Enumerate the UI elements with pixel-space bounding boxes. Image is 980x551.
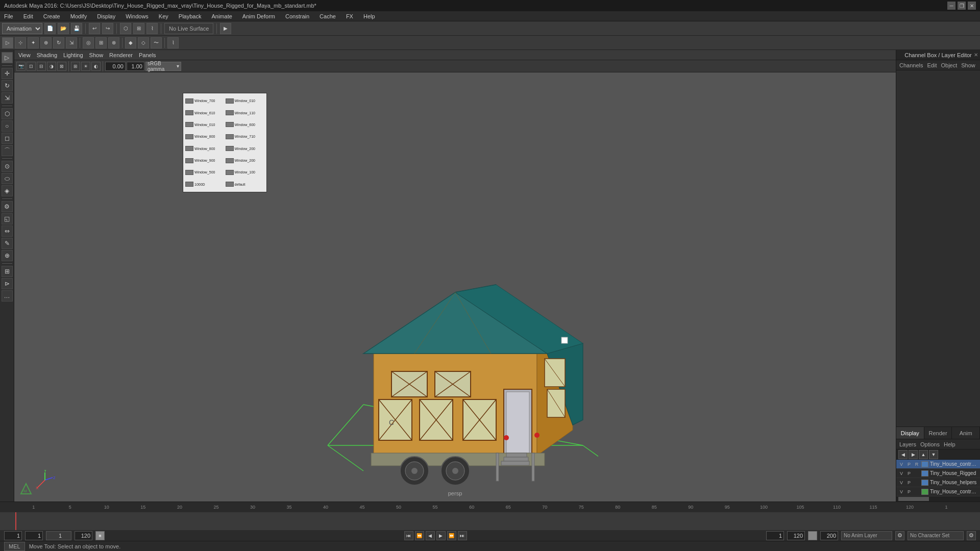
layer-row-2[interactable]: V P Tiny_House_helpers bbox=[896, 478, 980, 487]
settings-tool-left[interactable]: ⚙ bbox=[2, 201, 13, 212]
subtab-options[interactable]: Options bbox=[920, 441, 940, 447]
channel-box-close[interactable]: ✕ bbox=[974, 52, 978, 58]
render-button[interactable]: ▶ bbox=[220, 23, 231, 34]
current-frame-input[interactable] bbox=[25, 531, 43, 540]
scale-tool[interactable]: ⇲ bbox=[66, 37, 77, 48]
step-back-button[interactable]: ⏪ bbox=[415, 531, 424, 540]
play-back-button[interactable]: ◀ bbox=[426, 531, 435, 540]
vp-grid-button[interactable]: ⊞ bbox=[71, 62, 80, 71]
paint-skin-left[interactable]: ⊙ bbox=[2, 161, 13, 172]
range-end-2-input[interactable] bbox=[820, 531, 838, 540]
annotate-tool-left[interactable]: ✎ bbox=[2, 238, 13, 249]
start-frame-input[interactable] bbox=[4, 531, 22, 540]
layers-scrollbar[interactable] bbox=[896, 496, 980, 502]
menu-cache[interactable]: Cache bbox=[317, 13, 338, 19]
menu-file[interactable]: File bbox=[2, 13, 15, 19]
range-end-input[interactable] bbox=[787, 531, 805, 540]
menu-constrain[interactable]: Constrain bbox=[283, 13, 311, 19]
lattice-tool[interactable]: ⊞ bbox=[95, 37, 107, 48]
step-forward-button[interactable]: ⏩ bbox=[447, 531, 456, 540]
menu-help[interactable]: Help bbox=[361, 13, 377, 19]
menu-create[interactable]: Create bbox=[41, 13, 62, 19]
brush-left[interactable]: ⬭ bbox=[2, 173, 13, 184]
restore-button[interactable]: ❐ bbox=[958, 2, 966, 10]
vp-menu-panels[interactable]: Panels bbox=[139, 52, 156, 58]
select-tool-left[interactable]: ▷ bbox=[2, 52, 13, 63]
tab-edit[interactable]: Edit bbox=[927, 62, 937, 68]
play-forward-button[interactable]: ▶ bbox=[436, 531, 446, 540]
tab-anim[interactable]: Anim bbox=[952, 427, 980, 439]
open-button[interactable]: 📂 bbox=[58, 23, 69, 34]
time-input[interactable] bbox=[105, 62, 126, 71]
timeline-canvas[interactable] bbox=[0, 512, 980, 530]
soft-mod-tool[interactable]: ◎ bbox=[83, 37, 94, 48]
poly-tool-left[interactable]: ⬡ bbox=[2, 108, 13, 119]
lasso-tool[interactable]: ⊹ bbox=[15, 37, 26, 48]
go-end-button[interactable]: ⏭ bbox=[458, 531, 467, 540]
cluster-tool[interactable]: ⊗ bbox=[108, 37, 119, 48]
motion-trail-button[interactable]: 〜 bbox=[151, 37, 162, 48]
menu-anim-deform[interactable]: Anim Deform bbox=[240, 13, 277, 19]
subdiv-tool-left[interactable]: ◻ bbox=[2, 133, 13, 144]
range-start-input[interactable] bbox=[766, 531, 784, 540]
menu-display[interactable]: Display bbox=[95, 13, 117, 19]
select-mode-button[interactable]: ⬡ bbox=[120, 23, 131, 34]
sculpt-left[interactable]: ◈ bbox=[2, 185, 13, 196]
subtab-layers[interactable]: Layers bbox=[899, 441, 916, 447]
breakdown-button[interactable]: ◇ bbox=[138, 37, 149, 48]
redo-button[interactable]: ↪ bbox=[102, 23, 113, 34]
tab-channels[interactable]: Channels bbox=[899, 62, 923, 68]
menu-edit[interactable]: Edit bbox=[21, 13, 35, 19]
tab-display[interactable]: Display bbox=[896, 427, 924, 439]
xray-tool-left[interactable]: ⊕ bbox=[2, 250, 13, 261]
move-tool-left[interactable]: ✛ bbox=[2, 68, 13, 79]
close-button[interactable]: ✕ bbox=[968, 2, 976, 10]
save-button[interactable]: 💾 bbox=[71, 23, 82, 34]
menu-animate[interactable]: Animate bbox=[209, 13, 234, 19]
nurbs-tool-left[interactable]: ○ bbox=[2, 120, 13, 132]
minimize-button[interactable]: ─ bbox=[947, 2, 955, 10]
layer-tool-left[interactable]: ⊞ bbox=[2, 266, 13, 277]
vp-menu-shading[interactable]: Shading bbox=[37, 52, 57, 58]
subtab-help[interactable]: Help bbox=[944, 441, 955, 447]
vp-wire-button[interactable]: ⊠ bbox=[57, 62, 66, 71]
vp-menu-view[interactable]: View bbox=[18, 52, 31, 58]
go-start-button[interactable]: ⏮ bbox=[404, 531, 413, 540]
vp-shadow-button[interactable]: ◐ bbox=[91, 62, 101, 71]
vp-menu-lighting[interactable]: Lighting bbox=[63, 52, 83, 58]
key-frame-input[interactable] bbox=[48, 531, 63, 540]
select-tool[interactable]: ▷ bbox=[2, 37, 13, 48]
snap-grid-button[interactable]: ⊞ bbox=[133, 23, 144, 34]
vp-light-button[interactable]: ☀ bbox=[81, 62, 90, 71]
tab-render[interactable]: Render bbox=[924, 427, 952, 439]
menu-playback[interactable]: Playback bbox=[177, 13, 204, 19]
rotate-tool[interactable]: ↻ bbox=[53, 37, 64, 48]
rotate-tool-left[interactable]: ↻ bbox=[2, 80, 13, 91]
color-selector[interactable]: sRGB gamma ▾ bbox=[145, 62, 181, 71]
preset-dropdown[interactable]: Animation bbox=[2, 23, 42, 34]
new-scene-button[interactable]: 📄 bbox=[44, 23, 56, 34]
scale-tool-left[interactable]: ⇲ bbox=[2, 92, 13, 104]
vp-menu-renderer[interactable]: Renderer bbox=[109, 52, 133, 58]
display-tool-left[interactable]: ◱ bbox=[2, 213, 13, 224]
vp-cam-button[interactable]: 📷 bbox=[16, 62, 26, 71]
layer-row-1[interactable]: V P Tiny_House_Rigged bbox=[896, 469, 980, 478]
vp-menu-show[interactable]: Show bbox=[89, 52, 104, 58]
paint-tool[interactable]: ✦ bbox=[28, 37, 39, 48]
layers-prev-btn[interactable]: ◀ bbox=[898, 450, 908, 459]
end-frame-input[interactable] bbox=[75, 531, 92, 540]
vp-ortho-button[interactable]: ⊟ bbox=[37, 62, 46, 71]
vp-shade-button[interactable]: ◑ bbox=[47, 62, 56, 71]
measure-tool-left[interactable]: ⇔ bbox=[2, 226, 13, 237]
curve-editor-button[interactable]: ⌇ bbox=[167, 37, 179, 48]
layer-row-3[interactable]: V P Tiny_House_controller bbox=[896, 487, 980, 496]
more-left[interactable]: … bbox=[2, 290, 13, 302]
menu-modify[interactable]: Modify bbox=[68, 13, 89, 19]
tab-object[interactable]: Object bbox=[941, 62, 957, 68]
menu-windows[interactable]: Windows bbox=[124, 13, 151, 19]
gamma-input[interactable] bbox=[127, 62, 144, 71]
layers-next-btn[interactable]: ▶ bbox=[909, 450, 918, 459]
character-set-btn[interactable]: ⚙ bbox=[967, 531, 976, 540]
move-tool[interactable]: ⊕ bbox=[40, 37, 52, 48]
layers-down-btn[interactable]: ▼ bbox=[929, 450, 938, 459]
